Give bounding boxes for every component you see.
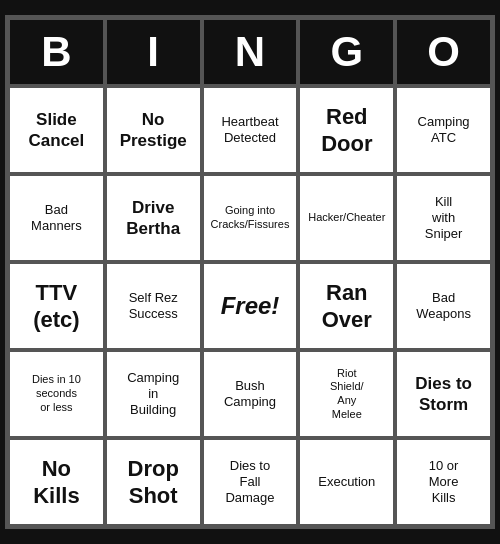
bingo-cell: Red Door: [298, 86, 395, 174]
bingo-cell: Going into Cracks/Fissures: [202, 174, 299, 262]
bingo-cell: Hacker/Cheater: [298, 174, 395, 262]
bingo-cell: Bush Camping: [202, 350, 299, 438]
bingo-cell: No Prestige: [105, 86, 202, 174]
bingo-cell: Free!: [202, 262, 299, 350]
bingo-cell: Drop Shot: [105, 438, 202, 526]
bingo-cell: TTV (etc): [8, 262, 105, 350]
header-letter: B: [8, 18, 105, 86]
header-letter: G: [298, 18, 395, 86]
bingo-cell: Kill with Sniper: [395, 174, 492, 262]
bingo-cell: Execution: [298, 438, 395, 526]
bingo-cell: Self Rez Success: [105, 262, 202, 350]
bingo-cell: Drive Bertha: [105, 174, 202, 262]
bingo-cell: Dies in 10 seconds or less: [8, 350, 105, 438]
bingo-cell: Dies to Storm: [395, 350, 492, 438]
bingo-cell: Camping in Building: [105, 350, 202, 438]
bingo-cell: Slide Cancel: [8, 86, 105, 174]
bingo-cell: Riot Shield/ Any Melee: [298, 350, 395, 438]
bingo-cell: Ran Over: [298, 262, 395, 350]
header-letter: O: [395, 18, 492, 86]
bingo-cell: No Kills: [8, 438, 105, 526]
header-letter: I: [105, 18, 202, 86]
bingo-cell: Dies to Fall Damage: [202, 438, 299, 526]
bingo-cell: Heartbeat Detected: [202, 86, 299, 174]
bingo-card: BINGO Slide CancelNo PrestigeHeartbeat D…: [5, 15, 495, 529]
bingo-grid: Slide CancelNo PrestigeHeartbeat Detecte…: [8, 86, 492, 526]
bingo-header: BINGO: [8, 18, 492, 86]
bingo-cell: 10 or More Kills: [395, 438, 492, 526]
bingo-cell: Bad Manners: [8, 174, 105, 262]
bingo-cell: Camping ATC: [395, 86, 492, 174]
header-letter: N: [202, 18, 299, 86]
bingo-cell: Bad Weapons: [395, 262, 492, 350]
